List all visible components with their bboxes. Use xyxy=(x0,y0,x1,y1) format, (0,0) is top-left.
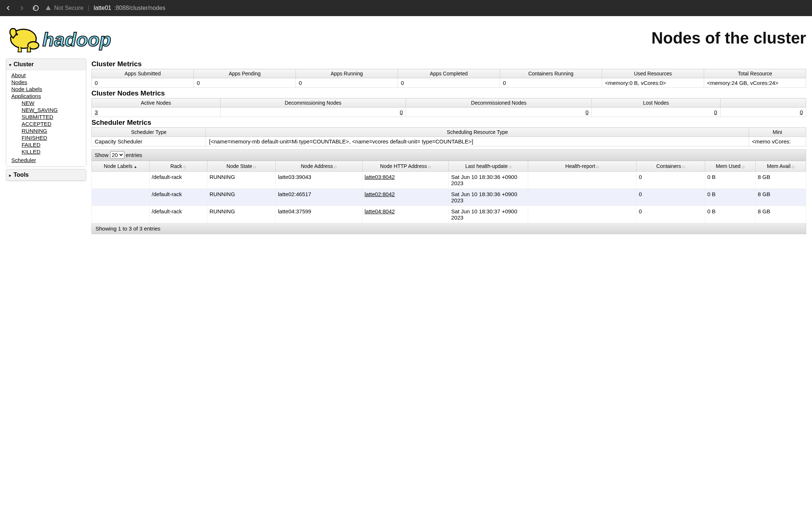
blank-nodes-link[interactable]: 0 xyxy=(800,109,803,115)
sidebar-link-appstate[interactable]: KILLED xyxy=(22,148,86,155)
th[interactable]: Mini xyxy=(749,128,806,137)
th[interactable]: Containers Running xyxy=(500,69,602,78)
td-health: Sat Jun 10 18:30:36 +0900 2023 xyxy=(449,172,528,189)
node-http-link[interactable]: latte02:8042 xyxy=(365,191,395,197)
sidebar-link-appstate[interactable]: ACCEPTED xyxy=(22,120,86,127)
node-http-link[interactable]: latte03:8042 xyxy=(365,174,395,180)
th[interactable]: Lost Nodes xyxy=(592,98,721,108)
th[interactable]: Total Resource xyxy=(704,69,806,78)
th-node-state[interactable]: Node State◇ xyxy=(207,161,275,172)
td-containers: 0 xyxy=(636,206,705,223)
th[interactable]: Apps Running xyxy=(296,69,398,78)
th-containers[interactable]: Containers◇ xyxy=(636,161,705,172)
sidebar-link-appstate[interactable]: FINISHED xyxy=(22,134,86,141)
th[interactable]: Apps Pending xyxy=(194,69,296,78)
entries-select[interactable]: 20 xyxy=(110,151,124,159)
section-header-scheduler-metrics: Scheduler Metrics xyxy=(91,119,806,127)
th[interactable]: Decommissioning Nodes xyxy=(220,98,406,108)
td-containers: 0 xyxy=(636,172,705,189)
td-addr: latte02:46517 xyxy=(276,189,362,206)
td-rack: /default-rack xyxy=(149,189,207,206)
td-containers: 0 xyxy=(636,189,705,206)
sidebar-link-scheduler[interactable]: Scheduler xyxy=(11,157,86,164)
td: <memory:24 GB, vCores:24> xyxy=(704,78,806,88)
td: 0 xyxy=(296,78,398,88)
lost-nodes-link[interactable]: 0 xyxy=(714,109,717,115)
th[interactable]: Scheduling Resource Type xyxy=(206,128,749,137)
sidebar-link-applications[interactable]: Applications xyxy=(11,93,86,100)
td: 0 xyxy=(406,108,592,117)
back-button[interactable] xyxy=(4,4,12,12)
sidebar-header-cluster[interactable]: Cluster xyxy=(6,59,86,70)
td-labels xyxy=(92,172,150,189)
th-mem-used[interactable]: Mem Used◇ xyxy=(705,161,755,172)
address-bar[interactable]: Not Secure | latte01:8088/cluster/nodes xyxy=(45,5,165,11)
entries-label: entries xyxy=(126,152,142,158)
sidebar-link-about[interactable]: About xyxy=(11,72,86,79)
scheduler-metrics-table: Scheduler Type Scheduling Resource Type … xyxy=(91,127,806,146)
sort-icon: ◇ xyxy=(253,165,256,169)
datatable-info: Showing 1 to 3 of 3 entries xyxy=(91,223,806,234)
sort-icon: ◇ xyxy=(183,165,186,169)
sidebar: Cluster About Nodes Node Labels Applicat… xyxy=(6,59,86,183)
th-health-report[interactable]: Health-report◇ xyxy=(528,161,636,172)
th-mem-avail[interactable]: Mem Avail◇ xyxy=(755,161,806,172)
datatable-length-bar: Show 20 entries xyxy=(91,149,806,161)
decommissioning-link[interactable]: 0 xyxy=(400,109,403,115)
th[interactable]: Scheduler Type xyxy=(92,128,206,137)
th-http-address[interactable]: Node HTTP Address◇ xyxy=(362,161,449,172)
hadoop-logo: hadoop xyxy=(6,20,141,56)
sidebar-header-label: Tools xyxy=(14,172,29,178)
sort-icon: ◇ xyxy=(509,165,512,169)
td: 0 xyxy=(592,108,721,117)
td: [<name=memory-mb default-unit=Mi type=CO… xyxy=(206,137,749,146)
td: 0 xyxy=(92,78,194,88)
td-mem-used: 0 B xyxy=(705,206,755,223)
sidebar-link-appstate[interactable]: NEW_SAVING xyxy=(22,106,86,113)
th[interactable]: Apps Submitted xyxy=(92,69,194,78)
show-label: Show xyxy=(95,152,109,158)
sidebar-header-tools[interactable]: Tools xyxy=(6,169,86,181)
th[interactable]: Apps Completed xyxy=(398,69,500,78)
td: 0 xyxy=(500,78,602,88)
td-http: latte03:8042 xyxy=(362,172,449,189)
node-http-link[interactable]: latte04:8042 xyxy=(365,208,395,214)
td-health: Sat Jun 10 18:30:36 +0900 2023 xyxy=(449,189,528,206)
sort-icon: ◇ xyxy=(428,165,431,169)
sidebar-link-appstate[interactable]: FAILED xyxy=(22,141,86,148)
url-path: :8088/cluster/nodes xyxy=(114,5,165,11)
active-nodes-link[interactable]: 3 xyxy=(95,109,98,115)
th-node-labels[interactable]: Node Labels▲ xyxy=(92,161,150,172)
cluster-metrics-table: Apps Submitted Apps Pending Apps Running… xyxy=(91,69,806,88)
table-row: /default-rackRUNNINGlatte04:37599latte04… xyxy=(92,206,806,223)
caret-right-icon xyxy=(9,172,11,178)
decommissioned-link[interactable]: 0 xyxy=(586,109,589,115)
td: 0 xyxy=(194,78,296,88)
th[interactable] xyxy=(720,98,806,108)
sort-icon: ◇ xyxy=(334,165,337,169)
reload-button[interactable] xyxy=(31,4,40,12)
main-content: Cluster Metrics Apps Submitted Apps Pend… xyxy=(91,59,806,234)
td-mem-avail: 8 GB xyxy=(755,172,806,189)
sort-icon: ◇ xyxy=(596,165,599,169)
td-report xyxy=(528,172,636,189)
td: <memo vCores: xyxy=(749,137,806,146)
forward-button[interactable] xyxy=(18,4,26,12)
td: 3 xyxy=(92,108,221,117)
sidebar-link-appstate[interactable]: RUNNING xyxy=(22,127,86,134)
th-node-address[interactable]: Node Address◇ xyxy=(276,161,362,172)
th[interactable]: Active Nodes xyxy=(92,98,221,108)
th[interactable]: Decommissioned Nodes xyxy=(406,98,592,108)
sidebar-link-appstate[interactable]: SUBMITTED xyxy=(22,113,86,120)
not-secure-label: Not Secure xyxy=(54,5,83,11)
sidebar-link-appstate[interactable]: NEW xyxy=(22,100,86,106)
th-last-health[interactable]: Last health-update◇ xyxy=(449,161,528,172)
page-title: Nodes of the cluster xyxy=(651,29,806,47)
th-rack[interactable]: Rack◇ xyxy=(149,161,207,172)
td-rack: /default-rack xyxy=(149,172,207,189)
sidebar-link-node-labels[interactable]: Node Labels xyxy=(11,86,86,93)
sidebar-link-nodes[interactable]: Nodes xyxy=(11,79,86,86)
th[interactable]: Used Resources xyxy=(602,69,704,78)
td-mem-avail: 8 GB xyxy=(755,206,806,223)
sort-icon: ◇ xyxy=(792,165,794,169)
